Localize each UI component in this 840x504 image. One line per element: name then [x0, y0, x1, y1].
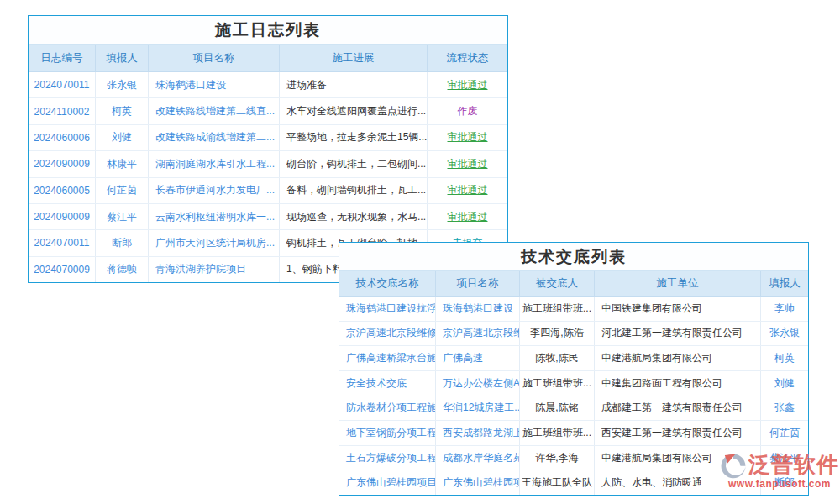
- log-progress-cell: 备料，砌间墙钩机排土，瓦工...: [280, 178, 428, 203]
- log-col-project[interactable]: 项目名称: [149, 45, 280, 71]
- disc-name-cell[interactable]: 土石方爆破分项工程...: [339, 446, 436, 470]
- log-status-cell[interactable]: 作废: [428, 98, 507, 123]
- disc-name-cell[interactable]: 珠海鹤港口建设抗浮...: [339, 297, 436, 321]
- disc-reporter-cell[interactable]: 李帅: [761, 297, 808, 321]
- log-id-cell[interactable]: 2024110002: [29, 98, 96, 123]
- log-table-row[interactable]: 2024090009 蔡江平 云南水利枢纽潜明水库一... 现场巡查，无积水现象…: [29, 204, 507, 230]
- disclosure-table-row[interactable]: 地下室钢筋分项工程... 西安成都路龙湖上... 施工班组带班... 西安建工第…: [339, 421, 808, 446]
- disc-reporter-cell[interactable]: 柯英: [761, 346, 808, 370]
- disclosure-table-row[interactable]: 安全技术交底 万达办公楼左侧A... 施工班组带班... 中建集团路面工程有限公…: [339, 371, 808, 396]
- disclosure-table-row[interactable]: 珠海鹤港口建设抗浮... 珠海鹤港口建设 施工班组带班... 中国铁建集团有限公…: [339, 297, 808, 322]
- disc-reporter-cell[interactable]: 何芷茵: [761, 421, 808, 445]
- disc-reporter-cell[interactable]: 张永银: [761, 322, 808, 346]
- log-table-title: 施工日志列表: [29, 16, 507, 45]
- log-id-cell[interactable]: 2024060005: [29, 178, 96, 203]
- log-id-cell[interactable]: 2024070009: [29, 257, 96, 282]
- disc-receiver-cell: 王海施工队全队: [520, 470, 595, 495]
- disc-unit-cell: 中建港航局集团有限公司: [595, 346, 761, 370]
- disc-reporter-cell[interactable]: 刘健: [761, 371, 808, 396]
- log-status-cell[interactable]: 审批通过: [428, 125, 507, 150]
- disclosure-table-row[interactable]: 京沪高速北京段维修... 京沪高速北京段维修 李四海,陈浩 河北建工第一建筑有限…: [339, 322, 808, 347]
- log-col-id[interactable]: 日志编号: [29, 45, 96, 71]
- log-id-cell[interactable]: 2024070011: [29, 230, 96, 255]
- disc-name-cell[interactable]: 京沪高速北京段维修...: [339, 322, 436, 346]
- log-project-cell[interactable]: 湖南洞庭湖水库引水工程...: [149, 151, 280, 176]
- disclosure-table-row[interactable]: 防水卷材分项工程施... 华润12城房建工... 陈晨,陈铭 成都建工第一建筑有…: [339, 396, 808, 422]
- log-col-reporter[interactable]: 填报人: [96, 45, 149, 71]
- log-table-row[interactable]: 2024110002 柯英 改建铁路线增建第二线直... 水车对全线遮阳网覆盖点…: [29, 98, 507, 124]
- log-reporter-cell[interactable]: 刘健: [96, 125, 149, 150]
- log-reporter-cell[interactable]: 何芷茵: [96, 178, 149, 203]
- disc-receiver-cell: 陈晨,陈铭: [520, 396, 595, 421]
- log-col-progress[interactable]: 施工进展: [280, 45, 428, 71]
- log-table-row[interactable]: 2024090009 林康平 湖南洞庭湖水库引水工程... 砌台阶，钩机排土，二…: [29, 151, 507, 177]
- log-project-cell[interactable]: 长春市伊通河水力发电厂...: [149, 178, 280, 203]
- disc-project-cell[interactable]: 西安成都路龙湖上...: [436, 421, 520, 445]
- disc-name-cell[interactable]: 安全技术交底: [339, 371, 436, 396]
- log-table-header: 日志编号 填报人 项目名称 施工进展 流程状态: [29, 45, 507, 72]
- disclosure-table-row[interactable]: 广东佛山碧桂园项目... 广东佛山碧桂园项目 王海施工队全队 人防、水电、消防暖…: [339, 470, 808, 495]
- log-progress-cell: 砌台阶，钩机排土，二包砌间...: [280, 151, 428, 176]
- disc-col-name[interactable]: 技术交底名称: [339, 271, 436, 296]
- log-reporter-cell[interactable]: 林康平: [96, 151, 149, 176]
- disc-receiver-cell: 施工班组带班...: [520, 371, 595, 396]
- disc-name-cell[interactable]: 地下室钢筋分项工程...: [339, 421, 436, 445]
- disc-unit-cell: 河北建工第一建筑有限责任公司: [595, 322, 761, 346]
- disclosure-table-body: 珠海鹤港口建设抗浮... 珠海鹤港口建设 施工班组带班... 中国铁建集团有限公…: [339, 297, 808, 495]
- log-id-cell[interactable]: 2024090009: [29, 151, 96, 176]
- disc-project-cell[interactable]: 华润12城房建工...: [436, 396, 520, 421]
- log-id-cell[interactable]: 2024070011: [29, 72, 96, 97]
- log-project-cell[interactable]: 珠海鹤港口建设: [149, 72, 280, 97]
- log-progress-cell: 水车对全线遮阳网覆盖点进行...: [280, 98, 428, 123]
- log-reporter-cell[interactable]: 张永银: [96, 72, 149, 97]
- disclosure-table-row[interactable]: 广佛高速桥梁承台施... 广佛高速 陈牧,陈民 中建港航局集团有限公司 柯英: [339, 346, 808, 371]
- disc-unit-cell: 中国铁建集团有限公司: [595, 297, 761, 321]
- disc-unit-cell: 西安建工第一建筑有限责任公司: [595, 421, 761, 445]
- disc-unit-cell: 中建港航局集团有限公司: [595, 446, 761, 470]
- disc-project-cell[interactable]: 广东佛山碧桂园项目: [436, 470, 520, 495]
- disclosure-table-row[interactable]: 土石方爆破分项工程... 成都水岸华庭名苑... 许华,李海 中建港航局集团有限…: [339, 446, 808, 471]
- disc-receiver-cell: 陈牧,陈民: [520, 346, 595, 370]
- log-project-cell[interactable]: 广州市天河区统计局机房...: [149, 230, 280, 255]
- log-reporter-cell[interactable]: 断郎: [96, 230, 149, 255]
- disclosure-table-title: 技术交底列表: [339, 243, 808, 271]
- log-id-cell[interactable]: 2024090009: [29, 204, 96, 229]
- log-project-cell[interactable]: 云南水利枢纽潜明水库一...: [149, 204, 280, 229]
- log-project-cell[interactable]: 青海洪湖养护院项目: [149, 257, 280, 282]
- disc-col-receiver[interactable]: 被交底人: [520, 271, 595, 296]
- disc-name-cell[interactable]: 广东佛山碧桂园项目...: [339, 470, 436, 495]
- disc-project-cell[interactable]: 广佛高速: [436, 346, 520, 370]
- disc-reporter-cell[interactable]: 蔡江平: [761, 446, 808, 470]
- log-table-row[interactable]: 2024060005 何芷茵 长春市伊通河水力发电厂... 备料，砌间墙钩机排土…: [29, 178, 507, 204]
- log-table-row[interactable]: 2024060006 刘健 改建铁路成渝线增建第二... 平整场地，拉走多余泥土…: [29, 125, 507, 151]
- technical-disclosure-table: 技术交底列表 技术交底名称 项目名称 被交底人 施工单位 填报人 珠海鹤港口建设…: [339, 242, 809, 496]
- log-reporter-cell[interactable]: 柯英: [96, 98, 149, 123]
- disc-reporter-cell[interactable]: 张鑫: [761, 396, 808, 421]
- log-table-row[interactable]: 2024070011 张永银 珠海鹤港口建设 进场准备 审批通过: [29, 72, 507, 98]
- disc-project-cell[interactable]: 京沪高速北京段维修: [436, 322, 520, 346]
- disc-name-cell[interactable]: 防水卷材分项工程施...: [339, 396, 436, 421]
- disc-col-project[interactable]: 项目名称: [436, 271, 520, 296]
- disc-unit-cell: 人防、水电、消防暖通: [595, 470, 761, 495]
- log-progress-cell: 平整场地，拉走多余泥土15辆...: [280, 125, 428, 150]
- disc-name-cell[interactable]: 广佛高速桥梁承台施...: [339, 346, 436, 370]
- log-reporter-cell[interactable]: 蒋德帧: [96, 257, 149, 282]
- log-status-cell[interactable]: 审批通过: [428, 204, 507, 229]
- disc-reporter-cell[interactable]: 断郎: [761, 470, 808, 495]
- disc-receiver-cell: 李四海,陈浩: [520, 322, 595, 346]
- disc-project-cell[interactable]: 珠海鹤港口建设: [436, 297, 520, 321]
- disc-project-cell[interactable]: 万达办公楼左侧A...: [436, 371, 520, 396]
- log-project-cell[interactable]: 改建铁路线增建第二线直...: [149, 98, 280, 123]
- log-status-cell[interactable]: 审批通过: [428, 178, 507, 203]
- disc-receiver-cell: 施工班组带班...: [520, 421, 595, 445]
- disc-col-reporter[interactable]: 填报人: [761, 271, 808, 296]
- disc-project-cell[interactable]: 成都水岸华庭名苑...: [436, 446, 520, 470]
- log-reporter-cell[interactable]: 蔡江平: [96, 204, 149, 229]
- log-id-cell[interactable]: 2024060006: [29, 125, 96, 150]
- log-col-status[interactable]: 流程状态: [428, 45, 507, 71]
- disc-unit-cell: 中建集团路面工程有限公司: [595, 371, 761, 396]
- log-status-cell[interactable]: 审批通过: [428, 151, 507, 176]
- disc-col-unit[interactable]: 施工单位: [595, 271, 761, 296]
- log-status-cell[interactable]: 审批通过: [428, 72, 507, 97]
- log-project-cell[interactable]: 改建铁路成渝线增建第二...: [149, 125, 280, 150]
